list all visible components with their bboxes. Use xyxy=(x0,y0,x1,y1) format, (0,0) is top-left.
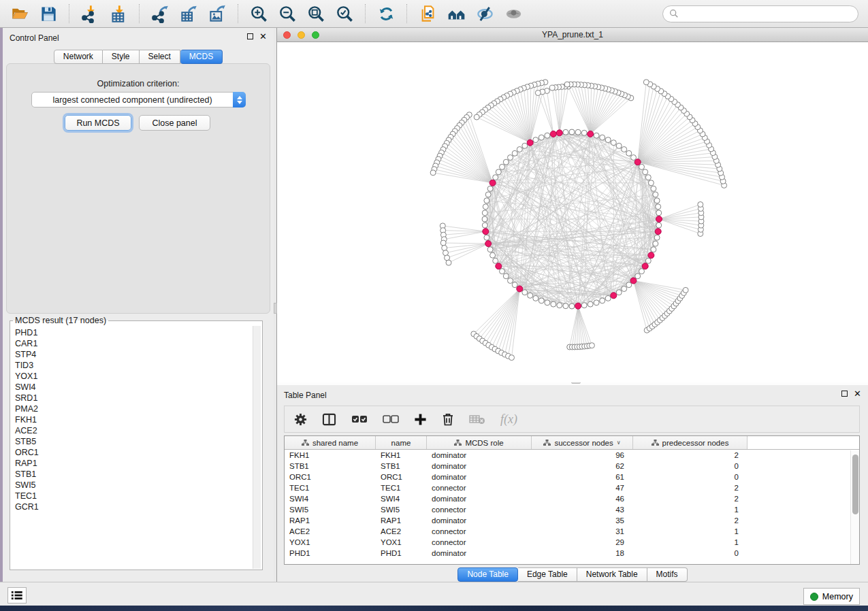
cell-MCDS-role: dominator xyxy=(427,516,532,525)
node-table: shared namenameMCDS rolesuccessor nodes∨… xyxy=(284,435,860,565)
tab-network-table[interactable]: Network Table xyxy=(577,567,647,582)
function-builder-button[interactable]: f(x) xyxy=(500,411,517,427)
refresh-button[interactable] xyxy=(372,2,400,25)
table-row[interactable]: STB1STB1dominator620 xyxy=(285,461,859,472)
column-header-MCDS-role[interactable]: MCDS role xyxy=(427,436,532,449)
delete-table-button[interactable] xyxy=(469,411,485,427)
mcds-result-item[interactable]: PMA2 xyxy=(15,403,248,414)
cell-MCDS-role: connector xyxy=(427,484,532,492)
search-icon xyxy=(669,9,679,18)
show-all-button[interactable] xyxy=(500,2,527,25)
import-network-button[interactable] xyxy=(76,2,103,25)
export-image-icon xyxy=(208,5,227,23)
cell-predecessor-nodes: 2 xyxy=(633,495,748,503)
mcds-result-item[interactable]: STB5 xyxy=(15,436,248,447)
list-icon xyxy=(11,590,23,601)
import-table-button[interactable] xyxy=(105,2,132,25)
close-panel-button[interactable]: Close panel xyxy=(139,115,210,131)
mcds-result-item[interactable]: ORC1 xyxy=(15,447,248,458)
tab-select[interactable]: Select xyxy=(140,50,180,64)
run-mcds-button[interactable]: Run MCDS xyxy=(65,115,131,131)
toolbar-separator xyxy=(406,4,407,23)
mcds-result-item[interactable]: PHD1 xyxy=(15,327,248,338)
table-settings-button[interactable] xyxy=(294,411,307,427)
table-row[interactable]: ACE2ACE2connector311 xyxy=(285,526,859,537)
export-table-button[interactable] xyxy=(175,2,202,25)
add-column-button[interactable] xyxy=(414,411,427,427)
zoom-selected-button[interactable] xyxy=(331,2,358,25)
save-session-button[interactable] xyxy=(35,2,62,25)
show-panels-button[interactable] xyxy=(7,587,27,604)
mcds-result-item[interactable]: TID3 xyxy=(15,360,248,371)
table-row[interactable]: YOX1YOX1connector291 xyxy=(285,537,859,548)
table-row[interactable]: ORC1ORC1dominator610 xyxy=(285,472,859,482)
mcds-result-item[interactable]: SWI5 xyxy=(15,480,248,491)
table-row[interactable]: SWI5SWI5connector431 xyxy=(285,504,859,515)
table-panel-header: Table Panel ✕ xyxy=(277,385,868,404)
mcds-result-item[interactable]: CAR1 xyxy=(15,338,248,349)
clone-network-button[interactable] xyxy=(414,2,441,25)
mcds-result-item[interactable]: RAP1 xyxy=(15,458,248,469)
scrollbar-thumb[interactable] xyxy=(852,455,858,514)
open-session-button[interactable] xyxy=(6,2,33,25)
optimization-criterion-select[interactable]: largest connected component (undirected) xyxy=(31,92,246,108)
cell-predecessor-nodes: 1 xyxy=(633,506,748,514)
mcds-result-item[interactable]: SWI4 xyxy=(15,382,248,393)
zoom-fit-button[interactable] xyxy=(302,2,329,25)
selected-criterion: largest connected component (undirected) xyxy=(32,95,233,105)
cell-successor-nodes: 43 xyxy=(532,506,633,514)
tab-node-table[interactable]: Node Table xyxy=(457,567,518,582)
zoom-in-button[interactable] xyxy=(245,2,272,25)
float-panel-icon[interactable] xyxy=(247,33,253,39)
tab-network[interactable]: Network xyxy=(54,50,103,64)
export-network-button[interactable] xyxy=(146,2,174,25)
export-table-icon xyxy=(180,5,198,23)
table-row[interactable]: SWI4SWI4dominator462 xyxy=(285,493,859,504)
float-panel-icon[interactable] xyxy=(841,391,848,397)
mcds-result-item[interactable]: FKH1 xyxy=(15,414,248,425)
export-image-button[interactable] xyxy=(204,2,231,25)
table-row[interactable]: PHD1PHD1dominator180 xyxy=(285,548,859,559)
select-all-button[interactable] xyxy=(351,411,368,427)
memory-button[interactable]: Memory xyxy=(803,588,860,605)
mcds-result-list[interactable]: PHD1CAR1STP4TID3YOX1SWI4SRD1PMA2FKH1ACE2… xyxy=(11,325,253,569)
deselect-all-button[interactable] xyxy=(383,411,399,427)
column-header-predecessor-nodes[interactable]: predecessor nodes xyxy=(633,436,748,449)
search-input[interactable] xyxy=(679,8,852,19)
tab-edge-table[interactable]: Edge Table xyxy=(518,567,577,582)
cell-shared-name: RAP1 xyxy=(285,516,376,525)
tab-style[interactable]: Style xyxy=(103,50,140,64)
mcds-result-scrollbar[interactable] xyxy=(253,326,261,569)
table-row[interactable]: TEC1TEC1connector472 xyxy=(285,482,859,493)
zoom-out-button[interactable] xyxy=(274,2,301,25)
mcds-result-item[interactable]: STB1 xyxy=(15,469,248,480)
mcds-result-item[interactable]: TEC1 xyxy=(15,491,248,501)
delete-column-button[interactable] xyxy=(442,411,454,427)
column-visibility-button[interactable] xyxy=(322,411,336,427)
hide-selected-button[interactable] xyxy=(471,2,498,25)
cell-shared-name: TEC1 xyxy=(285,484,376,492)
mcds-result-item[interactable]: ACE2 xyxy=(15,425,248,436)
cell-name: YOX1 xyxy=(376,538,427,546)
first-neighbors-button[interactable] xyxy=(443,2,470,25)
table-header-row: shared namenameMCDS rolesuccessor nodes∨… xyxy=(285,436,859,450)
toolbar-separator xyxy=(69,4,69,23)
mcds-result-item[interactable]: SRD1 xyxy=(15,393,248,403)
mcds-result-item[interactable]: GCR1 xyxy=(15,501,248,512)
column-header-successor-nodes[interactable]: successor nodes∨ xyxy=(532,436,633,449)
close-panel-icon[interactable]: ✕ xyxy=(259,33,267,39)
import-network-icon xyxy=(81,5,99,23)
mcds-result-item[interactable]: YOX1 xyxy=(15,371,248,382)
table-scrollbar[interactable] xyxy=(850,450,859,564)
column-header-name[interactable]: name xyxy=(376,436,427,449)
column-header-shared-name[interactable]: shared name xyxy=(285,436,376,449)
cell-MCDS-role: dominator xyxy=(427,451,532,459)
mcds-result-item[interactable]: STP4 xyxy=(15,349,248,360)
close-panel-icon[interactable]: ✕ xyxy=(854,391,861,397)
network-graph[interactable] xyxy=(277,42,868,382)
tab-mcds[interactable]: MCDS xyxy=(180,50,223,64)
table-row[interactable]: RAP1RAP1dominator352 xyxy=(285,515,859,526)
tab-motifs[interactable]: Motifs xyxy=(647,567,688,582)
table-row[interactable]: FKH1FKH1dominator962 xyxy=(285,450,859,461)
network-window-titlebar: YPA_prune.txt_1 xyxy=(277,28,868,42)
